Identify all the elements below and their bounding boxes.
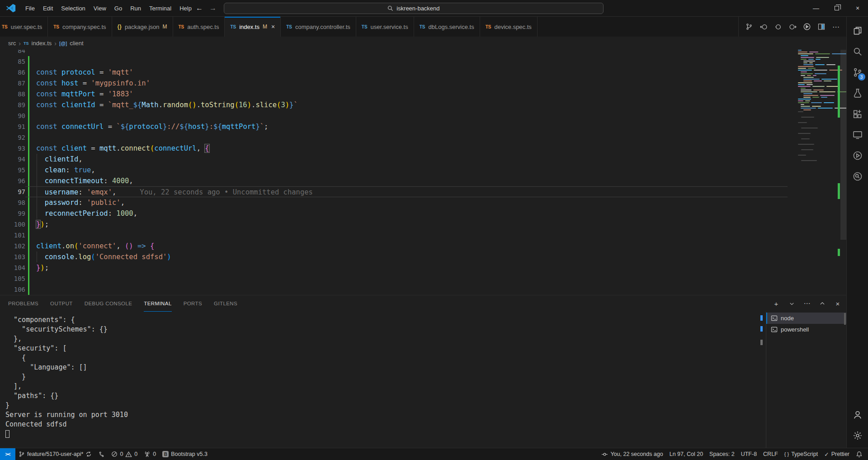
search-icon[interactable] (847, 41, 868, 62)
source-control-graph-icon[interactable] (745, 23, 753, 31)
notifications-item[interactable] (853, 448, 868, 460)
terminal-tab-powershell[interactable]: powershell (766, 324, 846, 335)
panel-more-actions-icon[interactable]: ⋯ (803, 299, 811, 308)
menu-run[interactable]: Run (126, 3, 145, 14)
tab-package.json[interactable]: {}package.jsonM (112, 17, 173, 37)
git-branch-item[interactable]: feature/5170-user-api* (15, 448, 95, 460)
cursor-position-item[interactable]: Ln 97, Col 20 (666, 448, 706, 460)
line-content: reconnectPeriod: 1000, (25, 208, 788, 219)
code-line-88[interactable]: 88const mqttPort = '1883' (0, 89, 846, 100)
code-line-92[interactable]: 92 (0, 132, 846, 143)
menu-edit[interactable]: Edit (39, 3, 57, 14)
code-line-100[interactable]: 100}); (0, 219, 846, 230)
code-line-99[interactable]: 99 reconnectPeriod: 1000, (0, 208, 846, 219)
code-line-106[interactable]: 106 (0, 284, 846, 295)
code-line-103[interactable]: 103 console.log('Connected sdfsd') (0, 251, 846, 262)
terminal-output[interactable]: "components": { "securitySchemes": {} },… (0, 312, 759, 448)
code-line-85[interactable]: 85 (0, 56, 846, 67)
code-line-102[interactable]: 102client.on('connect', () => { (0, 241, 846, 251)
code-line-84[interactable]: 84 (0, 50, 846, 56)
tab-dbLogs.service.ts[interactable]: TSdbLogs.service.ts (414, 17, 480, 37)
close-tab-icon[interactable]: × (271, 23, 275, 30)
panel-tab-gitlens[interactable]: GITLENS (214, 295, 237, 312)
panel-tab-problems[interactable]: PROBLEMS (8, 295, 38, 312)
terminal-list-scrollbar[interactable] (844, 313, 846, 325)
code-line-104[interactable]: 104}); (0, 262, 846, 273)
magnifier-circle-icon[interactable] (847, 166, 868, 187)
code-line-89[interactable]: 89const clientId = `mqtt_${Math.random()… (0, 100, 846, 110)
menu-terminal[interactable]: Terminal (145, 3, 175, 14)
testing-icon[interactable] (847, 83, 868, 104)
tab-company.spec.ts[interactable]: TScompany.spec.ts (48, 17, 112, 37)
panel-tab-output[interactable]: OUTPUT (50, 295, 73, 312)
terminal-tab-node[interactable]: node (766, 313, 846, 324)
eol-item[interactable]: CRLF (760, 448, 781, 460)
gitlens-blame-item[interactable]: You, 22 seconds ago (598, 448, 666, 460)
formatter-item[interactable]: ✓ Prettier (821, 448, 853, 460)
tab-user.spec.ts[interactable]: TSuser.spec.ts (0, 17, 48, 37)
menu-view[interactable]: View (90, 3, 110, 14)
maximize-panel-icon[interactable] (818, 299, 826, 308)
nav-forward-icon[interactable]: → (209, 4, 217, 12)
panel-tab-terminal[interactable]: TERMINAL (144, 295, 171, 312)
code-line-98[interactable]: 98 password: 'public', (0, 197, 846, 208)
language-mode-item[interactable]: { } TypeScript (781, 448, 821, 460)
nav-back-icon[interactable]: ← (196, 4, 203, 12)
tab-auth.spec.ts[interactable]: TSauth.spec.ts (173, 17, 225, 37)
navigate-forward-icon[interactable] (788, 23, 797, 31)
code-line-96[interactable]: 96 connectTimeout: 4000, (0, 175, 846, 186)
code-line-95[interactable]: 95 clean: true, (0, 165, 846, 175)
window-restore-button[interactable] (826, 0, 847, 16)
menu-file[interactable]: File (21, 3, 39, 14)
tab-device.spec.ts[interactable]: TSdevice.spec.ts (480, 17, 538, 37)
breadcrumb-file[interactable]: index.ts (32, 40, 52, 47)
bootstrap-item[interactable]: B Bootstrap v5.3 (159, 448, 211, 460)
tab-user.service.ts[interactable]: TSuser.service.ts (356, 17, 414, 37)
code-line-90[interactable]: 90 (0, 110, 846, 121)
split-editor-icon[interactable] (817, 23, 826, 31)
tab-index.ts[interactable]: TSindex.tsM× (225, 17, 281, 37)
command-center-search[interactable]: iskreen-backend (224, 3, 604, 14)
indentation-item[interactable]: Spaces: 2 (706, 448, 738, 460)
play-circle-icon[interactable] (847, 145, 868, 166)
close-panel-icon[interactable]: × (834, 299, 842, 308)
new-terminal-icon[interactable]: + (772, 299, 780, 308)
code-line-97[interactable]: 97 username: 'emqx',You, 22 seconds ago … (0, 186, 846, 197)
more-actions-icon[interactable]: ⋯ (832, 23, 840, 31)
code-line-93[interactable]: 93const client = mqtt.connect(connectUrl… (0, 143, 846, 154)
editor-scrollbar[interactable] (840, 50, 846, 240)
panel-tab-debug-console[interactable]: DEBUG CONSOLE (85, 295, 132, 312)
navigate-back-icon[interactable] (760, 23, 768, 31)
code-line-101[interactable]: 101 (0, 230, 846, 241)
explorer-icon[interactable] (847, 20, 868, 41)
navigate-position-icon[interactable] (774, 23, 782, 31)
run-or-debug-icon[interactable] (803, 23, 811, 31)
remote-indicator[interactable]: >< (0, 448, 15, 460)
panel-tab-ports[interactable]: PORTS (184, 295, 202, 312)
terminal-dropdown-icon[interactable] (788, 299, 796, 308)
settings-gear-icon[interactable] (847, 425, 868, 446)
window-minimize-button[interactable]: — (806, 0, 826, 16)
menu-go[interactable]: Go (110, 3, 126, 14)
ports-item[interactable]: 0 (141, 448, 159, 460)
breadcrumb-folder[interactable]: src (8, 40, 16, 47)
menu-selection[interactable]: Selection (57, 3, 89, 14)
breadcrumb-symbol[interactable]: client (70, 40, 83, 47)
menu-help[interactable]: Help (175, 3, 196, 14)
commit-graph-item[interactable] (95, 448, 108, 460)
window-close-button[interactable]: × (847, 0, 868, 16)
account-icon[interactable] (847, 404, 868, 425)
minimap[interactable] (797, 50, 836, 295)
tab-company.controller.ts[interactable]: TScompany.controller.ts (281, 17, 356, 37)
encoding-item[interactable]: UTF-8 (738, 448, 760, 460)
source-control-icon[interactable]: 3 (847, 62, 868, 83)
code-line-94[interactable]: 94 clientId, (0, 154, 846, 165)
extensions-icon[interactable] (847, 104, 868, 124)
code-line-86[interactable]: 86const protocol = 'mqtt' (0, 67, 846, 78)
code-line-87[interactable]: 87const host = 'mygpsinfo.in' (0, 78, 846, 89)
code-editor[interactable]: 848586const protocol = 'mqtt'87const hos… (0, 50, 846, 295)
code-line-91[interactable]: 91const connectUrl = `${protocol}://${ho… (0, 121, 846, 132)
code-line-105[interactable]: 105 (0, 273, 846, 284)
problems-item[interactable]: 0 0 (108, 448, 141, 460)
remote-explorer-icon[interactable] (847, 124, 868, 145)
